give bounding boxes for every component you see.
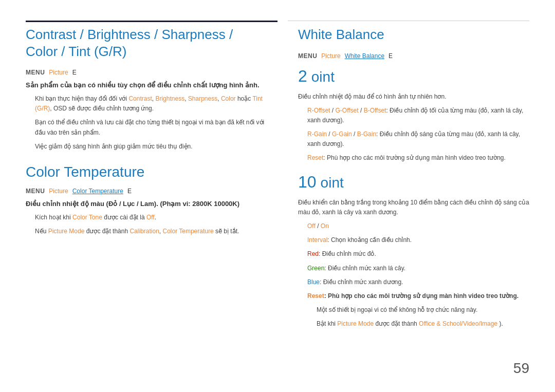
menu-path-e-2: E	[127, 188, 132, 195]
section1-title: Contrast / Brightness / Sharpness / Colo…	[26, 26, 267, 60]
wb-title: White Balance	[298, 26, 529, 43]
section2-bold-intro: Điều chỉnh nhiệt độ màu (Đỏ / Lục / Lam)…	[26, 200, 267, 208]
section1-menu-line: MENU Picture E	[26, 69, 267, 76]
point10-blue: Blue: Điều chỉnh mức xanh dương.	[307, 277, 529, 287]
point10-note1: Một số thiết bị ngoại vi có thể không hỗ…	[317, 305, 529, 315]
wb-item-gain: R-Gain / G-Gain / B-Gain: Điều chỉnh độ …	[307, 129, 529, 149]
section2-paragraphs: Kích hoạt khi Color Tone được cài đặt là…	[26, 213, 267, 236]
point10-items: Interval: Chọn khoảng cần điều chỉnh. Re…	[298, 235, 529, 301]
section2-title: Color Temperature	[26, 164, 267, 180]
section1-bold-intro: Sản phẩm của bạn có nhiều tùy chọn để đi…	[26, 81, 267, 89]
point10-reset: Reset: Phù hợp cho các môi trường sử dụn…	[307, 291, 529, 301]
wb-item-reset: Reset: Phù hợp cho các môi trường sử dụn…	[307, 153, 529, 163]
wb-menu-line: MENU Picture White Balance E	[298, 52, 529, 60]
wb-menu-label: MENU	[298, 52, 317, 60]
point10-note2: Bật khi Picture Mode được đặt thành Offi…	[317, 319, 529, 329]
section2-menu-line: MENU Picture Color Temperature E	[26, 188, 267, 195]
menu-path-colortemp: Color Temperature	[72, 188, 123, 195]
section2-para1: Kích hoạt khi Color Tone được cài đặt là…	[35, 213, 267, 222]
left-column: Contrast / Brightness / Sharpness / Colo…	[26, 26, 278, 371]
point10-intro: Điều khiển cân bằng trắng trong khoảng 1…	[298, 198, 529, 217]
point10-onoff: Off / On	[298, 221, 529, 231]
section2-para2: Nếu Picture Mode được đặt thành Calibrat…	[35, 227, 267, 236]
wb-menu-e: E	[388, 52, 393, 60]
point10-notes: Một số thiết bị ngoại vi có thể không hỗ…	[298, 305, 529, 329]
point10-interval: Interval: Chọn khoảng cần điều chỉnh.	[307, 235, 529, 245]
point-heading-10: 10 oint	[298, 173, 529, 192]
page-number: 59	[513, 360, 529, 377]
menu-path-picture-2: Picture	[49, 188, 68, 195]
wb-menu-whitebalance: White Balance	[345, 52, 384, 60]
point10-green: Green: Điều chỉnh mức xanh lá cây.	[307, 264, 529, 273]
section1-para3: Việc giảm độ sáng hình ảnh giúp giảm mức…	[35, 142, 267, 152]
wb-items: R-Offset / G-Offset / B-Offset: Điều chỉ…	[298, 106, 529, 163]
section1-paragraphs: Khi bạn thực hiện thay đổi đối với Contr…	[26, 94, 267, 152]
point10-red: Red: Điều chỉnh mức đỏ.	[307, 249, 529, 259]
wb-menu-picture: Picture	[321, 52, 340, 60]
menu-label-2: MENU	[26, 188, 45, 195]
page-container: Contrast / Brightness / Sharpness / Colo…	[0, 0, 555, 392]
wb-item-offset: R-Offset / G-Offset / B-Offset: Điều chỉ…	[307, 106, 529, 125]
menu-label-1: MENU	[26, 69, 45, 76]
top-lines	[26, 21, 529, 22]
section1-para2: Bạn có thể điều chỉnh và lưu cài đặt cho…	[35, 118, 267, 137]
wb-intro: Điều chỉnh nhiệt độ màu để có hình ảnh t…	[298, 92, 529, 102]
right-column: White Balance MENU Picture White Balance…	[298, 26, 529, 371]
content-columns: Contrast / Brightness / Sharpness / Colo…	[26, 26, 529, 371]
menu-path-picture-1: Picture	[49, 69, 68, 76]
menu-path-e-1: E	[72, 69, 77, 76]
point-heading-2: 2 oint	[298, 67, 529, 86]
top-line-right	[288, 21, 529, 22]
top-line-left	[26, 21, 278, 22]
point10-onoff-text: Off / On	[307, 221, 529, 231]
section1-para1: Khi bạn thực hiện thay đổi đối với Contr…	[35, 94, 267, 114]
